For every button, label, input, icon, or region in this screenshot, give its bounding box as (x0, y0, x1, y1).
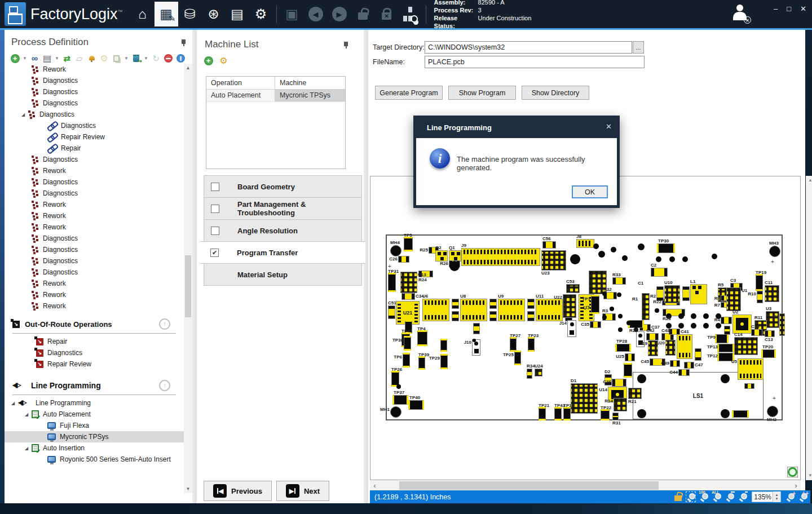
target-directory-input[interactable] (425, 41, 632, 54)
zoom-spinner[interactable]: ▲▼ (773, 491, 780, 502)
bell-icon[interactable] (87, 54, 96, 63)
pin-icon2[interactable] (343, 41, 349, 48)
tree-item[interactable]: ◢ Royonic 500 Series Semi-Auto Insert (5, 454, 184, 465)
tree-item[interactable]: ◢ Rework (5, 199, 184, 210)
show-directory-button[interactable]: Show Directory (522, 86, 589, 100)
tree-item[interactable]: ◢ Repair (5, 143, 184, 154)
tree-item[interactable]: ◢ Rework (5, 221, 184, 233)
left-scrollbar[interactable]: ▲ ▼ (184, 64, 192, 493)
expander-icon[interactable]: ◢ (21, 112, 28, 117)
tree-item[interactable]: ◢ Rework (5, 210, 184, 221)
line-programming-header[interactable]: Line Programming ↑ (5, 378, 184, 393)
tree-item[interactable]: Repair Review (5, 358, 184, 370)
ok-button[interactable]: OK (572, 185, 608, 198)
reroute-icon[interactable]: ⇄ (62, 54, 72, 63)
tree-item[interactable]: ◢ Rework (5, 300, 184, 312)
viewer-vertical-scrollbar[interactable]: ▲ ▼ (806, 176, 812, 480)
tree-item[interactable]: ◢ Fuji Flexa (5, 420, 184, 431)
step-checkbox[interactable] (211, 205, 219, 213)
tree-item[interactable]: ◢ Diagnostics (5, 233, 184, 244)
tree-item[interactable]: ◢ Diagnostics (5, 75, 184, 86)
add-operation-button[interactable]: + (10, 54, 20, 63)
tree-item[interactable]: ◢ Diagnostics (5, 120, 184, 131)
tree-item[interactable]: ◢ Diagnostics (5, 109, 184, 120)
zoom-all-icon[interactable]: ALL (713, 493, 721, 501)
wizard-step[interactable]: Angle Resolution (204, 219, 362, 242)
zoom-100-icon[interactable]: 100 (700, 493, 708, 501)
show-program-button[interactable]: Show Program (448, 86, 516, 100)
out-of-route-header[interactable]: Out-Of-Route Operations ↑ (5, 316, 184, 332)
wizard-step[interactable]: Board Geometry (204, 175, 362, 198)
process-definition-icon[interactable]: ▦✎ (155, 2, 178, 26)
save-icon[interactable]: ▣ (280, 2, 304, 26)
add-machine-button[interactable]: + (204, 56, 213, 65)
zoom-in-fast-icon[interactable]: ++ (799, 493, 807, 501)
tree-item[interactable]: ◢ Mycronic TPSys (5, 431, 184, 442)
settings-gear-icon[interactable]: ⚙ (249, 2, 273, 26)
collapse-up-icon[interactable]: ↑ (159, 318, 170, 330)
collapse-up-icon2[interactable]: ↑ (159, 380, 170, 391)
delete-dropdown-icon[interactable]: ▼ (144, 56, 148, 61)
tree-item[interactable]: ◢ Diagnostics (5, 98, 184, 109)
zoom-out-small-icon[interactable] (739, 493, 747, 501)
maximize-button[interactable]: □ (787, 5, 791, 13)
next-button[interactable]: ▶ Next (276, 481, 329, 501)
browse-button[interactable]: ... (633, 41, 644, 54)
tree-item[interactable]: ◢ Diagnostics (5, 188, 184, 199)
scrollbar-thumb[interactable] (185, 255, 191, 317)
tree-item[interactable]: ◢ Auto Placement (5, 409, 184, 420)
scroll-up-icon[interactable]: ▲ (184, 64, 192, 72)
print-dropdown-icon[interactable]: ▼ (55, 56, 59, 61)
filename-input[interactable] (425, 56, 645, 68)
machine-row[interactable]: Auto Placement Mycronic TPSys (206, 90, 345, 102)
step-checkbox[interactable] (211, 183, 219, 191)
back-icon[interactable]: ◀ (304, 2, 328, 26)
minimize-button[interactable]: – (774, 5, 778, 13)
tree-item[interactable]: ◢ Rework (5, 289, 184, 300)
home-icon[interactable]: ⌂ (131, 2, 155, 26)
tree-item[interactable]: ◢ Repair Review (5, 131, 184, 143)
process-audit-icon[interactable] (399, 2, 422, 26)
pin-icon[interactable] (181, 39, 187, 46)
wizard-step[interactable]: Material Setup (204, 263, 362, 286)
viewer-horizontal-scrollbar[interactable]: ‹ › (370, 481, 801, 490)
wizard-step[interactable]: Program Transfer (200, 241, 365, 264)
viewer-scroll-left-icon[interactable]: ‹ (370, 482, 379, 490)
print-icon[interactable]: ▤ (42, 54, 52, 63)
machine-settings-icon[interactable]: ⚙ (219, 56, 228, 65)
tree-item[interactable]: Repair (5, 336, 184, 347)
unlock-icon[interactable] (351, 2, 375, 26)
generate-program-button[interactable]: Generate Program (375, 86, 443, 100)
dialog-close-icon[interactable]: ✕ (606, 122, 612, 131)
viewer-scroll-right-icon[interactable]: › (791, 482, 801, 490)
expander-icon[interactable]: ◢ (25, 412, 32, 417)
zoom-out-icon[interactable] (726, 493, 734, 501)
tree-item[interactable]: ◢ Rework (5, 278, 184, 289)
zoom-lock-icon[interactable] (674, 495, 682, 501)
viewer-overview-button[interactable] (787, 467, 798, 477)
viewer-scroll-down-icon[interactable]: ▼ (806, 471, 812, 480)
zoom-window-icon[interactable] (687, 493, 695, 501)
lock-cancel-icon[interactable]: ✕ (375, 2, 399, 26)
materials-icon[interactable]: ⛁ (178, 2, 202, 26)
delete-icon[interactable] (131, 54, 141, 63)
viewer-hscroll-thumb[interactable] (399, 481, 659, 490)
viewer-scroll-up-icon[interactable]: ▲ (806, 176, 812, 185)
reports-icon[interactable]: ▤ (226, 2, 249, 26)
wizard-step[interactable]: Part Management & Troubleshooting (204, 197, 362, 220)
user-logout-icon[interactable]: ✕ (731, 3, 750, 23)
find-icon[interactable]: ∞ (30, 54, 39, 63)
close-button[interactable]: ✕ (800, 5, 806, 13)
forward-icon[interactable]: ▶ (328, 2, 351, 26)
stop-icon[interactable] (164, 54, 173, 63)
tree-item[interactable]: Diagnostics (5, 347, 184, 358)
expander-icon[interactable]: ◢ (25, 446, 32, 451)
scroll-down-icon[interactable]: ▼ (184, 485, 192, 493)
zoom-in-icon[interactable]: + (786, 493, 794, 501)
tree-item[interactable]: ◢ Line Programming (5, 397, 184, 409)
tree-item[interactable]: ◢ Auto Insertion (5, 442, 184, 454)
pcb-viewer[interactable]: MH4TP5C26R25Q2Q1R26J9C56U23J8TP30MH3TP31… (370, 176, 801, 480)
tree-item[interactable]: ◢ Rework (5, 165, 184, 176)
add-dropdown-icon[interactable]: ▼ (23, 56, 27, 61)
pause-icon[interactable]: ∥ (176, 54, 186, 63)
